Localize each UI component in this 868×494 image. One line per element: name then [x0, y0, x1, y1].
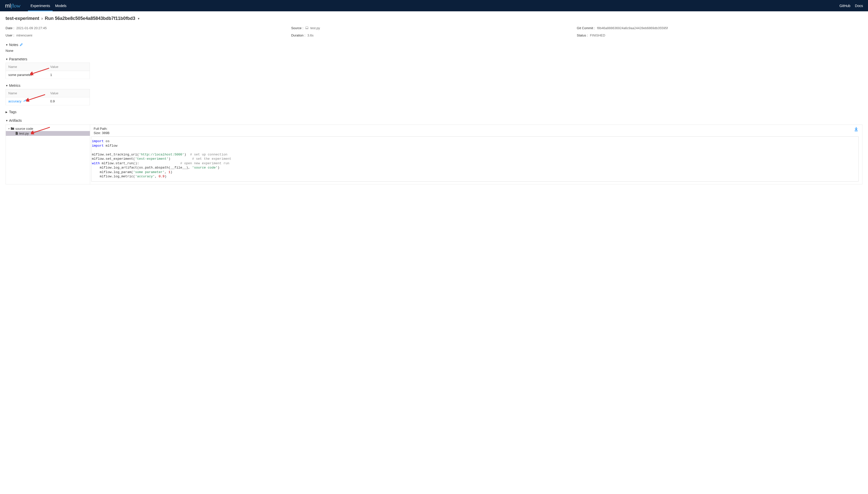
artifact-tree: ▼ source code test.py — [6, 125, 90, 184]
caret-right-icon: ▶ — [5, 111, 9, 113]
folder-icon — [11, 127, 14, 131]
param-value: 1 — [48, 71, 90, 79]
svg-rect-0 — [306, 27, 308, 29]
caret-down-icon: ▼ — [5, 84, 9, 87]
run-menu-caret-icon[interactable]: ▼ — [137, 17, 140, 20]
meta-git-label: Git Commit : — [577, 26, 595, 30]
run-metadata: Date : 2021-01-09 20:27:45 Source : test… — [5, 26, 863, 37]
tags-header[interactable]: ▶ Tags — [5, 110, 863, 114]
logo-flow: flow — [11, 2, 20, 9]
size-value: 389B — [102, 131, 110, 135]
download-icon[interactable] — [854, 127, 859, 135]
meta-date-label: Date : — [5, 26, 14, 30]
meta-source: Source : test.py — [291, 26, 577, 30]
meta-user-value: mtrencseni — [16, 34, 33, 37]
nav-left: mlflow Experiments Models — [5, 0, 69, 11]
nav-right: GitHub Docs — [839, 4, 863, 8]
meta-date-value: 2021-01-09 20:27:45 — [16, 26, 47, 30]
meta-git-value: f8b46a888636924a6c9aa24428eb6869db35595f — [597, 26, 668, 30]
artifacts-title: Artifacts — [9, 118, 22, 122]
nav-github[interactable]: GitHub — [839, 4, 851, 8]
notes-section: ▼ Notes None — [5, 43, 863, 53]
meta-duration-label: Duration : — [291, 34, 306, 37]
tree-file[interactable]: test.py — [6, 131, 90, 136]
meta-status: Status : FINISHED — [577, 34, 863, 37]
metrics-title: Metrics — [9, 83, 20, 88]
tree-file-label: test.py — [19, 132, 29, 135]
file-icon — [15, 132, 18, 135]
breadcrumb-separator: › — [41, 16, 43, 21]
meta-user: User : mtrencseni — [5, 34, 291, 37]
nav-docs[interactable]: Docs — [855, 4, 863, 8]
meta-source-label: Source : — [291, 26, 303, 30]
metric-link[interactable]: accuracy — [8, 99, 21, 103]
artifacts-header[interactable]: ▼ Artifacts — [5, 118, 863, 122]
metrics-section: ▼ Metrics Name Value accuracy 0.9 — [5, 83, 863, 106]
logo-ml: ml — [5, 2, 11, 9]
artifact-meta: Full Path: Size: 389B — [90, 125, 862, 136]
artifacts-body: ▼ source code test.py — [5, 125, 863, 184]
nav-links: Experiments Models — [28, 0, 69, 11]
notes-content: None — [5, 49, 863, 53]
meta-date: Date : 2021-01-09 20:27:45 — [5, 26, 291, 30]
tags-title: Tags — [9, 110, 17, 114]
laptop-icon — [306, 26, 309, 30]
tree-caret-icon: ▼ — [8, 128, 11, 130]
meta-source-value: test.py — [306, 26, 320, 30]
col-value: Value — [48, 63, 90, 71]
tree-folder[interactable]: ▼ source code — [6, 126, 90, 131]
meta-git: Git Commit : f8b46a888636924a6c9aa24428e… — [577, 26, 863, 30]
caret-down-icon: ▼ — [5, 58, 9, 61]
metric-name-cell: accuracy — [6, 97, 48, 106]
top-nav: mlflow Experiments Models GitHub Docs — [0, 0, 868, 11]
fullpath-label: Full Path: — [94, 127, 108, 131]
breadcrumb: test-experiment › Run 56a2be8c505e4a8584… — [5, 16, 863, 21]
col-value: Value — [48, 89, 90, 97]
breadcrumb-experiment[interactable]: test-experiment — [5, 16, 39, 21]
meta-status-value: FINISHED — [590, 34, 605, 37]
svg-rect-5 — [855, 131, 858, 131]
metrics-header[interactable]: ▼ Metrics — [5, 83, 863, 88]
meta-source-filename: test.py — [310, 26, 320, 30]
meta-status-label: Status : — [577, 34, 588, 37]
nav-models[interactable]: Models — [53, 0, 69, 11]
nav-experiments[interactable]: Experiments — [28, 0, 53, 11]
code-viewer: import os import mlflow mlflow.set_track… — [91, 136, 859, 182]
col-name: Name — [6, 63, 48, 71]
meta-duration: Duration : 3.6s — [291, 34, 577, 37]
chart-icon[interactable] — [23, 100, 26, 103]
tree-folder-label: source code — [15, 127, 33, 131]
param-name: some parameter — [6, 71, 48, 79]
table-row: some parameter 1 — [6, 71, 90, 79]
size-label: Size: — [94, 131, 101, 135]
parameters-section: ▼ Parameters Name Value some parameter 1 — [5, 57, 863, 79]
notes-header[interactable]: ▼ Notes — [5, 43, 863, 47]
parameters-title: Parameters — [9, 57, 27, 61]
metrics-table: Name Value accuracy 0.9 — [5, 89, 90, 106]
tags-section: ▶ Tags — [5, 110, 863, 114]
edit-icon[interactable] — [20, 43, 23, 47]
meta-duration-value: 3.6s — [307, 34, 314, 37]
caret-down-icon: ▼ — [5, 119, 9, 122]
artifact-meta-left: Full Path: Size: 389B — [94, 127, 110, 135]
parameters-table: Name Value some parameter 1 — [5, 63, 90, 79]
metric-value: 0.9 — [48, 97, 90, 106]
caret-down-icon: ▼ — [5, 43, 9, 46]
parameters-header[interactable]: ▼ Parameters — [5, 57, 863, 61]
page: test-experiment › Run 56a2be8c505e4a8584… — [0, 11, 868, 193]
breadcrumb-run: Run 56a2be8c505e4a85843bdb7f11b0fbd3 — [45, 16, 135, 21]
mlflow-logo[interactable]: mlflow — [5, 2, 20, 9]
table-row: accuracy 0.9 — [6, 97, 90, 106]
meta-user-label: User : — [5, 34, 14, 37]
artifacts-section: ▼ Artifacts ▼ source code test.py — [5, 118, 863, 184]
notes-title: Notes — [9, 43, 18, 47]
artifact-viewer: Full Path: Size: 389B import os import m… — [90, 125, 862, 184]
col-name: Name — [6, 89, 48, 97]
